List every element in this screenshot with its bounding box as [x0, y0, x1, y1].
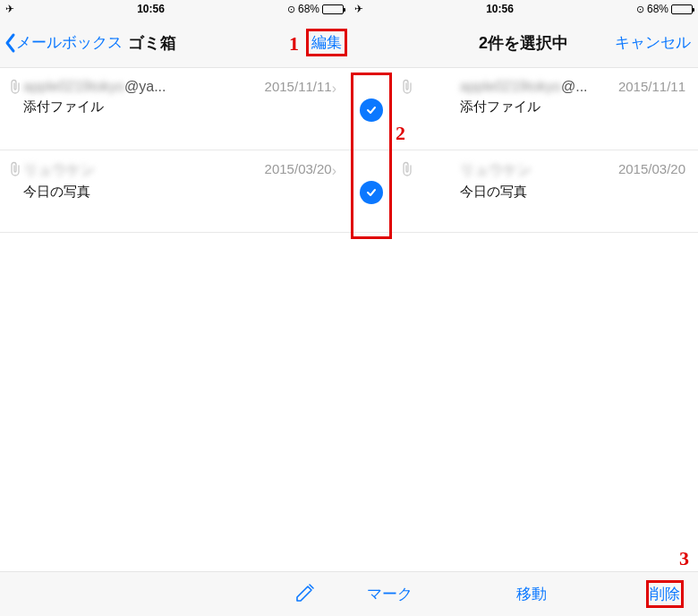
page-title: ゴミ箱: [128, 32, 176, 54]
statusbar: ✈ 10:56 ⊙ 68%: [349, 0, 698, 18]
lock-rotation-icon: ⊙: [636, 4, 644, 15]
chevron-right-icon: ›: [332, 81, 336, 97]
paperclip-icon: [401, 79, 413, 98]
email-date: 2015/03/20: [618, 161, 685, 176]
status-time: 10:56: [137, 3, 165, 15]
pane-right: ✈ 10:56 ⊙ 68% 2件を選択中 キャンセル apple0219toky…: [349, 0, 698, 616]
email-subject: 添付ファイル: [460, 98, 685, 116]
email-subject: 今日の写真: [460, 184, 685, 201]
back-button[interactable]: メールボックス: [4, 32, 123, 54]
lock-rotation-icon: ⊙: [287, 4, 295, 15]
sender-name: apple0219tokyo: [460, 79, 561, 94]
edit-button[interactable]: 編集: [311, 32, 342, 53]
checkbox-checked[interactable]: [360, 98, 383, 122]
statusbar: ✈ 10:56 ⊙ 68%: [0, 0, 349, 18]
email-date: 2015/11/11: [618, 79, 685, 94]
battery-pct: 68%: [298, 3, 319, 15]
pane-left: ✈ 10:56 ⊙ 68% メールボックス ゴミ箱 編集 1: [0, 0, 349, 616]
email-subject: 今日の写真: [23, 184, 332, 201]
navbar-right: 2件を選択中 キャンセル: [349, 18, 698, 68]
cancel-button[interactable]: キャンセル: [615, 32, 691, 53]
paperclip-icon: [9, 161, 21, 181]
battery-icon: [322, 4, 344, 14]
paperclip-icon: [9, 79, 21, 98]
back-label: メールボックス: [16, 32, 123, 53]
sender-name: apple0219tokyo: [23, 79, 124, 94]
chevron-left-icon: [4, 32, 16, 54]
sender-name: リュウケン: [460, 162, 532, 177]
mark-button[interactable]: マーク: [367, 584, 413, 604]
email-subject: 添付ファイル: [23, 98, 332, 116]
move-button[interactable]: 移動: [516, 584, 547, 604]
email-row[interactable]: リュウケン 2015/03/20 今日の写真 ›: [0, 150, 349, 233]
airplane-icon: ✈: [354, 3, 363, 15]
sender-tail: @...: [561, 79, 588, 94]
toolbar-left: [0, 571, 349, 616]
status-time: 10:56: [486, 3, 514, 15]
battery-pct: 68%: [647, 3, 668, 15]
callout-1: 1: [289, 32, 299, 56]
email-list-right: apple0219tokyo@... 2015/11/11 添付ファイル リュウ…: [349, 68, 698, 571]
toolbar-right: マーク 移動 削除 3: [349, 571, 698, 616]
email-row[interactable]: apple0219tokyo@... 2015/11/11 添付ファイル: [349, 68, 698, 150]
airplane-icon: ✈: [5, 3, 14, 15]
sender-tail: @ya...: [124, 79, 166, 94]
email-date: 2015/03/20: [265, 161, 332, 176]
checkbox-checked[interactable]: [360, 181, 383, 204]
email-list-left: apple0219tokyo@ya... 2015/11/11 添付ファイル ›…: [0, 68, 349, 571]
sender-name: リュウケン: [23, 162, 95, 177]
email-date: 2015/11/11: [265, 79, 332, 94]
paperclip-icon: [401, 161, 413, 181]
delete-button[interactable]: 削除: [650, 584, 680, 604]
email-row[interactable]: apple0219tokyo@ya... 2015/11/11 添付ファイル ›: [0, 68, 349, 150]
email-row[interactable]: リュウケン 2015/03/20 今日の写真: [349, 150, 698, 233]
compose-button[interactable]: [294, 581, 317, 608]
battery-icon: [671, 4, 693, 14]
chevron-right-icon: ›: [332, 163, 336, 179]
navbar-left: メールボックス ゴミ箱 編集 1: [0, 18, 349, 68]
